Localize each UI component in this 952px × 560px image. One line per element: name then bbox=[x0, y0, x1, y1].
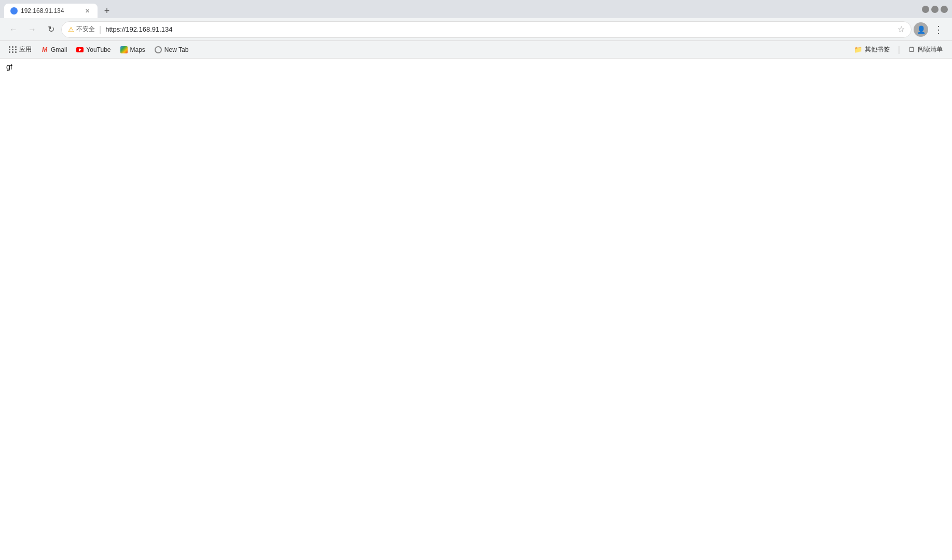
youtube-icon bbox=[76, 46, 84, 53]
maps-label: Maps bbox=[130, 46, 145, 53]
close-button[interactable]: ✕ bbox=[941, 6, 948, 13]
bookmark-newtab[interactable]: New Tab bbox=[150, 44, 192, 55]
divider-bar: | bbox=[898, 45, 900, 54]
bookmark-gmail[interactable]: M Gmail bbox=[37, 44, 71, 55]
bookmarks-bar: 应用 M Gmail YouTube Maps New Tab 📁 其他书签 |… bbox=[0, 41, 952, 59]
back-button[interactable]: ← bbox=[5, 21, 22, 38]
bookmark-star-button[interactable]: ☆ bbox=[898, 24, 905, 34]
other-bookmarks-label: 其他书签 bbox=[865, 45, 890, 54]
bookmark-youtube[interactable]: YouTube bbox=[72, 44, 115, 55]
other-bookmarks[interactable]: 📁 其他书签 bbox=[850, 43, 894, 56]
minimize-button[interactable]: — bbox=[922, 6, 929, 13]
gmail-label: Gmail bbox=[51, 46, 67, 53]
reload-button[interactable]: ↻ bbox=[43, 21, 59, 38]
apps-label: 应用 bbox=[19, 45, 32, 54]
navigation-bar: ← → ↻ ⚠ 不安全 | https://192.168.91.134 ☆ 👤… bbox=[0, 18, 952, 41]
gmail-icon: M bbox=[41, 46, 48, 53]
tab-favicon bbox=[10, 7, 18, 15]
profile-button[interactable]: 👤 bbox=[914, 22, 928, 37]
newtab-label: New Tab bbox=[164, 46, 188, 53]
active-tab[interactable]: 192.168.91.134 ✕ bbox=[4, 4, 98, 18]
newtab-icon bbox=[155, 46, 162, 53]
address-text: https://192.168.91.134 bbox=[105, 25, 894, 33]
bookmark-maps[interactable]: Maps bbox=[116, 44, 149, 55]
bookmarks-right-section: 📁 其他书签 | 🗒 阅读清单 bbox=[850, 43, 947, 56]
youtube-label: YouTube bbox=[86, 46, 111, 53]
title-bar: 192.168.91.134 ✕ + — ❐ ✕ bbox=[0, 0, 952, 18]
forward-button[interactable]: → bbox=[24, 21, 40, 38]
apps-icon bbox=[9, 46, 17, 53]
security-warning: ⚠ 不安全 bbox=[68, 25, 95, 34]
tab-close-button[interactable]: ✕ bbox=[83, 7, 91, 15]
tab-title: 192.168.91.134 bbox=[21, 7, 80, 15]
new-tab-button[interactable]: + bbox=[100, 4, 114, 18]
folder-icon: 📁 bbox=[854, 46, 862, 53]
tabs-area: 192.168.91.134 ✕ + bbox=[4, 0, 918, 18]
address-bar[interactable]: ⚠ 不安全 | https://192.168.91.134 ☆ bbox=[61, 21, 912, 38]
window-controls: — ❐ ✕ bbox=[922, 6, 948, 13]
reading-list[interactable]: 🗒 阅读清单 bbox=[904, 43, 947, 56]
bookmark-apps[interactable]: 应用 bbox=[5, 43, 36, 56]
page-content: gf bbox=[0, 59, 952, 75]
restore-button[interactable]: ❐ bbox=[931, 6, 939, 13]
warning-icon: ⚠ bbox=[68, 25, 74, 33]
reading-list-icon: 🗒 bbox=[908, 46, 915, 53]
profile-icon: 👤 bbox=[917, 25, 926, 34]
maps-icon bbox=[120, 46, 128, 53]
reading-list-label: 阅读清单 bbox=[918, 45, 943, 54]
address-divider: | bbox=[99, 25, 101, 34]
more-options-button[interactable]: ⋮ bbox=[930, 21, 947, 38]
page-text: gf bbox=[6, 63, 12, 71]
